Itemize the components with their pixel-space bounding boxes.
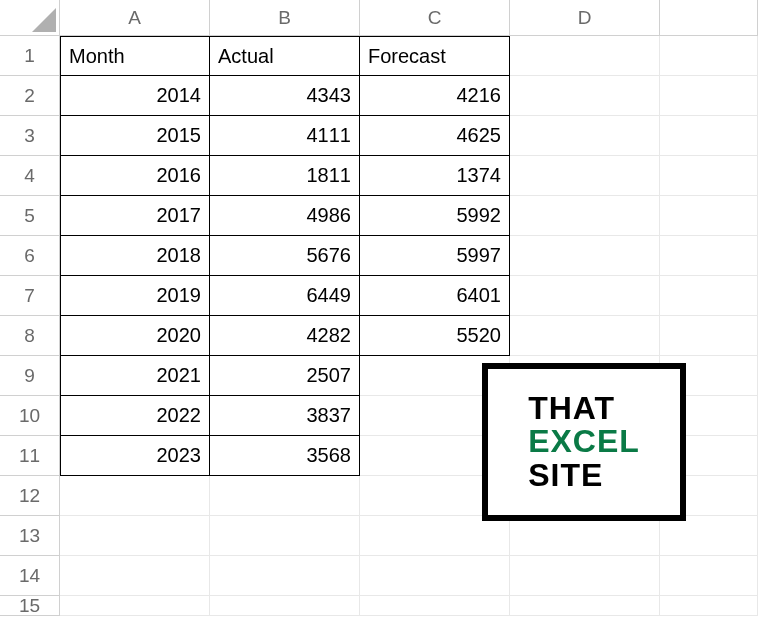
cell-C13[interactable]	[360, 516, 510, 556]
cell-B3[interactable]: 4111	[210, 116, 360, 156]
cell-C5[interactable]: 5992	[360, 196, 510, 236]
cell-E8[interactable]	[660, 316, 758, 356]
cell-E3[interactable]	[660, 116, 758, 156]
cell-A10[interactable]: 2022	[60, 396, 210, 436]
col-header-b[interactable]: B	[210, 0, 360, 36]
cell-D5[interactable]	[510, 196, 660, 236]
cell-B13[interactable]	[210, 516, 360, 556]
col-header-e[interactable]	[660, 0, 758, 36]
row-header-2[interactable]: 2	[0, 76, 60, 116]
col-header-a[interactable]: A	[60, 0, 210, 36]
col-header-c[interactable]: C	[360, 0, 510, 36]
col-header-d[interactable]: D	[510, 0, 660, 36]
cell-C7[interactable]: 6401	[360, 276, 510, 316]
row-header-5[interactable]: 5	[0, 196, 60, 236]
cell-D1[interactable]	[510, 36, 660, 76]
cell-C2[interactable]: 4216	[360, 76, 510, 116]
select-all-corner[interactable]	[0, 0, 60, 36]
cell-A6[interactable]: 2018	[60, 236, 210, 276]
cell-E1[interactable]	[660, 36, 758, 76]
cell-B8[interactable]: 4282	[210, 316, 360, 356]
cell-E15[interactable]	[660, 596, 758, 616]
cell-C6[interactable]: 5997	[360, 236, 510, 276]
cell-E6[interactable]	[660, 236, 758, 276]
cell-B6[interactable]: 5676	[210, 236, 360, 276]
row-header-1[interactable]: 1	[0, 36, 60, 76]
cell-C1[interactable]: Forecast	[360, 36, 510, 76]
cell-C3[interactable]: 4625	[360, 116, 510, 156]
cell-D8[interactable]	[510, 316, 660, 356]
site-logo: THAT EXCEL SITE	[482, 363, 686, 521]
cell-B5[interactable]: 4986	[210, 196, 360, 236]
row-header-9[interactable]: 9	[0, 356, 60, 396]
cell-B1[interactable]: Actual	[210, 36, 360, 76]
cell-B2[interactable]: 4343	[210, 76, 360, 116]
cell-C4[interactable]: 1374	[360, 156, 510, 196]
cell-B14[interactable]	[210, 556, 360, 596]
cell-B4[interactable]: 1811	[210, 156, 360, 196]
cell-D14[interactable]	[510, 556, 660, 596]
cell-A1[interactable]: Month	[60, 36, 210, 76]
cell-E14[interactable]	[660, 556, 758, 596]
cell-B9[interactable]: 2507	[210, 356, 360, 396]
row-header-15[interactable]: 15	[0, 596, 60, 616]
cell-E4[interactable]	[660, 156, 758, 196]
row-header-6[interactable]: 6	[0, 236, 60, 276]
cell-A14[interactable]	[60, 556, 210, 596]
cell-B12[interactable]	[210, 476, 360, 516]
row-header-4[interactable]: 4	[0, 156, 60, 196]
row-header-10[interactable]: 10	[0, 396, 60, 436]
cell-B10[interactable]: 3837	[210, 396, 360, 436]
cell-A3[interactable]: 2015	[60, 116, 210, 156]
row-header-12[interactable]: 12	[0, 476, 60, 516]
logo-line-3: SITE	[528, 459, 640, 493]
cell-A4[interactable]: 2016	[60, 156, 210, 196]
logo-line-1: THAT	[528, 392, 640, 426]
cell-E13[interactable]	[660, 516, 758, 556]
cell-E5[interactable]	[660, 196, 758, 236]
row-header-11[interactable]: 11	[0, 436, 60, 476]
cell-D6[interactable]	[510, 236, 660, 276]
cell-A9[interactable]: 2021	[60, 356, 210, 396]
cell-E2[interactable]	[660, 76, 758, 116]
cell-A15[interactable]	[60, 596, 210, 616]
cell-E7[interactable]	[660, 276, 758, 316]
row-header-3[interactable]: 3	[0, 116, 60, 156]
cell-D13[interactable]	[510, 516, 660, 556]
cell-D15[interactable]	[510, 596, 660, 616]
cell-B15[interactable]	[210, 596, 360, 616]
cell-B7[interactable]: 6449	[210, 276, 360, 316]
cell-A7[interactable]: 2019	[60, 276, 210, 316]
cell-A5[interactable]: 2017	[60, 196, 210, 236]
cell-A8[interactable]: 2020	[60, 316, 210, 356]
row-header-8[interactable]: 8	[0, 316, 60, 356]
cell-C14[interactable]	[360, 556, 510, 596]
cell-D4[interactable]	[510, 156, 660, 196]
cell-A13[interactable]	[60, 516, 210, 556]
cell-A12[interactable]	[60, 476, 210, 516]
row-header-14[interactable]: 14	[0, 556, 60, 596]
logo-line-2: EXCEL	[528, 425, 640, 459]
row-header-7[interactable]: 7	[0, 276, 60, 316]
spreadsheet-grid[interactable]: A B C D 1 Month Actual Forecast 2 2014 4…	[0, 0, 758, 616]
cell-C15[interactable]	[360, 596, 510, 616]
cell-C8[interactable]: 5520	[360, 316, 510, 356]
cell-B11[interactable]: 3568	[210, 436, 360, 476]
cell-A2[interactable]: 2014	[60, 76, 210, 116]
row-header-13[interactable]: 13	[0, 516, 60, 556]
cell-D7[interactable]	[510, 276, 660, 316]
cell-A11[interactable]: 2023	[60, 436, 210, 476]
cell-D2[interactable]	[510, 76, 660, 116]
cell-D3[interactable]	[510, 116, 660, 156]
